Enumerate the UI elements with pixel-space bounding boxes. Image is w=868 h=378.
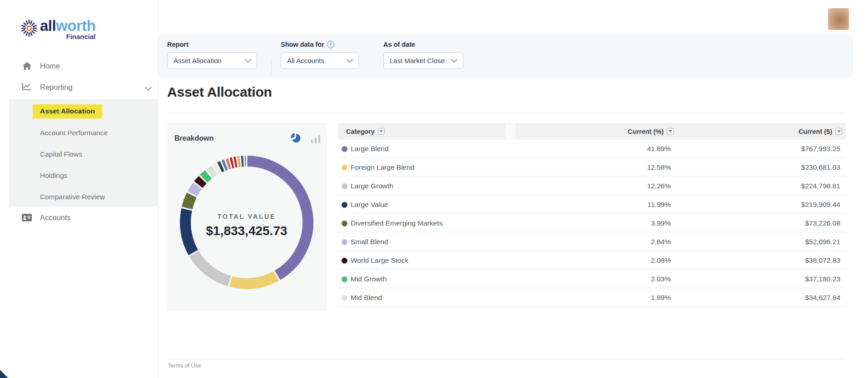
donut-segment	[248, 161, 308, 275]
filter-icon[interactable]	[835, 128, 842, 135]
table-row: Mid Growth2.03%$37,180.23	[338, 270, 846, 289]
chevron-down-icon	[347, 59, 353, 63]
donut-segment	[203, 174, 208, 178]
current-usd-cell: $219,909.44	[801, 201, 840, 209]
id-card-icon	[22, 212, 32, 222]
category-cell: Mid Growth	[351, 275, 387, 283]
breakdown-title: Breakdown	[174, 134, 213, 142]
donut-segment	[194, 254, 229, 281]
category-cell: World Large Stock	[351, 256, 408, 265]
logo-wordmark: allworth	[40, 18, 96, 34]
chart-line-icon	[22, 82, 32, 92]
sidebar-item-accounts[interactable]: Accounts	[0, 210, 158, 225]
brand-logo[interactable]: allworth Financial	[20, 18, 96, 40]
header-seam	[506, 123, 516, 140]
sidebar-item-capital-flows[interactable]: Capital Flows	[9, 143, 158, 165]
terms-of-use-link[interactable]: Terms of Use	[168, 363, 201, 369]
user-avatar[interactable]	[828, 8, 849, 30]
category-cell: Large Growth	[351, 182, 393, 190]
category-cell: Small Blend	[351, 238, 388, 246]
title-divider	[167, 113, 846, 113]
filter-icon[interactable]	[378, 128, 385, 135]
show-data-for-value: All Accounts	[287, 57, 324, 64]
sidebar-item-label: Accounts	[40, 213, 71, 222]
category-color-dot	[342, 239, 347, 245]
current-usd-cell: $224,798.81	[801, 182, 840, 190]
table-header: Category Current (%) Current ($)	[338, 123, 846, 140]
table-row: Large Blend41.89%$767,993.25	[338, 140, 846, 158]
current-usd-cell: $73,226.08	[805, 219, 840, 227]
category-cell: Large Value	[351, 201, 388, 209]
sidebar-item-reporting[interactable]: Reporting	[0, 79, 158, 95]
current-pct-cell: 3.99%	[651, 219, 671, 227]
asset-allocation-donut-chart: TOTAL VALUE $1,833,425.73	[179, 154, 315, 290]
as-of-date-dropdown[interactable]: Last Market Close	[383, 52, 463, 69]
filter-bar: Report Asset Allocation Show data for ! …	[158, 34, 853, 78]
reporting-submenu: Asset Allocation Account Performance Cap…	[9, 99, 158, 206]
category-color-dot	[342, 183, 347, 189]
current-usd-cell: $767,993.25	[801, 145, 840, 153]
bar-chart-toggle-icon[interactable]	[311, 134, 321, 143]
info-icon[interactable]: !	[327, 41, 334, 48]
chevron-down-icon	[451, 59, 457, 63]
category-cell: Mid Blend	[351, 294, 382, 302]
pie-chart-toggle-icon[interactable]	[290, 133, 301, 143]
table-row: Large Value11.99%$219,909.44	[338, 196, 846, 214]
donut-segment	[238, 162, 240, 162]
chevron-down-icon[interactable]	[145, 84, 152, 93]
current-pct-cell: 41.89%	[647, 145, 671, 153]
main-content: Report Asset Allocation Show data for ! …	[158, 0, 868, 378]
filter-divider	[271, 58, 272, 75]
donut-segment	[187, 195, 192, 208]
category-color-dot	[342, 202, 347, 208]
category-color-dot	[342, 221, 347, 226]
current-usd-cell: $37,180.23	[805, 275, 840, 283]
sidebar: allworth Financial Home Reporting As	[0, 0, 158, 378]
donut-segment	[228, 163, 230, 164]
sidebar-item-home[interactable]: Home	[0, 58, 158, 74]
footer-divider	[167, 359, 846, 359]
as-of-date-label: As of date	[383, 41, 463, 48]
sidebar-item-comparative-review[interactable]: Comparative Review	[9, 186, 158, 207]
app-window: allworth Financial Home Reporting As	[0, 0, 868, 378]
donut-segment	[223, 165, 226, 166]
donut-segment	[231, 162, 233, 163]
category-cell: Diversified Emerging Markets	[351, 219, 442, 227]
table-body: Large Blend41.89%$767,993.25Foreign Larg…	[338, 140, 846, 307]
donut-svg	[179, 154, 315, 290]
column-header-category: Category	[346, 123, 385, 140]
table-row: Diversified Emerging Markets3.99%$73,226…	[338, 214, 846, 233]
donut-segment	[193, 186, 198, 194]
report-dropdown[interactable]: Asset Allocation	[167, 52, 257, 69]
sidebar-item-label: Reporting	[40, 83, 73, 92]
column-header-current-usd: Current ($)	[799, 123, 842, 140]
current-pct-cell: 12.58%	[647, 163, 671, 172]
breakdown-card: Breakdown TOTAL VALUE	[167, 123, 327, 311]
report-filter-group: Report Asset Allocation	[167, 41, 257, 69]
category-color-dot	[342, 276, 347, 282]
category-color-dot	[342, 258, 347, 264]
current-usd-cell: $230,681.03	[801, 163, 840, 172]
donut-segment	[198, 180, 203, 185]
current-pct-cell: 12.26%	[647, 182, 671, 190]
current-pct-cell: 1.89%	[651, 294, 671, 302]
donut-segment	[220, 166, 222, 167]
logo-text: allworth Financial	[40, 18, 96, 40]
current-pct-cell: 2.08%	[651, 256, 671, 265]
sidebar-item-holdings[interactable]: Holdings	[9, 165, 158, 186]
sidebar-item-asset-allocation[interactable]: Asset Allocation	[9, 101, 158, 122]
donut-segment	[216, 168, 218, 169]
category-color-dot	[342, 146, 347, 152]
current-pct-cell: 2.84%	[651, 238, 671, 246]
filter-icon[interactable]	[667, 128, 674, 135]
sidebar-item-account-performance[interactable]: Account Performance	[9, 122, 158, 143]
current-usd-cell: $52,096.21	[805, 238, 840, 246]
category-color-dot	[342, 165, 347, 171]
show-data-for-dropdown[interactable]: All Accounts	[281, 52, 359, 69]
table-row: World Large Stock2.08%$38,072.83	[338, 251, 846, 270]
donut-segment	[234, 162, 236, 162]
chevron-down-icon	[245, 59, 251, 63]
category-cell: Foreign Large Blend	[351, 163, 414, 172]
logo-starburst-icon	[20, 18, 38, 38]
donut-segment	[185, 210, 193, 253]
